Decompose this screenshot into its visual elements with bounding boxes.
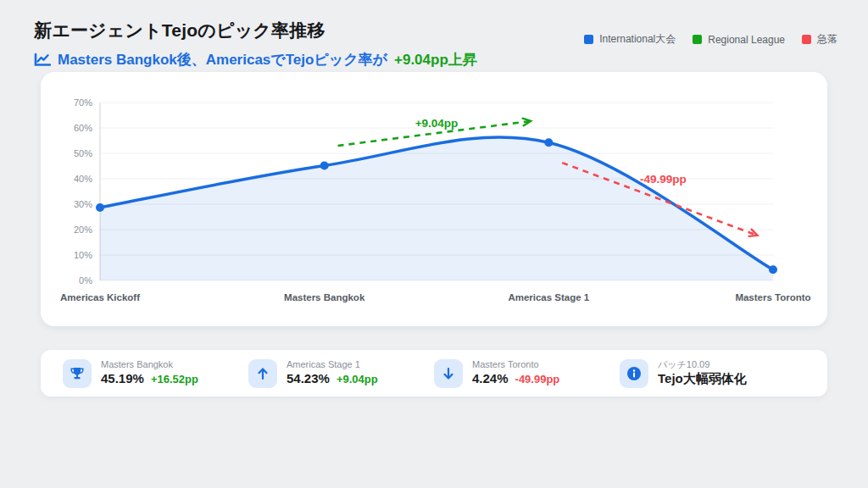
subtitle-highlight: +9.04pp上昇 (394, 50, 477, 69)
x-axis-tick-label: Masters Toronto (735, 292, 810, 302)
y-axis-tick-label: 0% (79, 275, 92, 286)
page-title: 新エージェントTejoのピック率推移 (34, 19, 477, 42)
y-axis-tick-label: 30% (74, 199, 92, 209)
data-point[interactable] (544, 138, 553, 147)
x-axis-tick-label: Americas Kickoff (60, 292, 140, 302)
legend-item-international[interactable]: International大会 (584, 32, 676, 47)
stat-icon-box (434, 359, 463, 388)
stat-item-masters-toronto: Masters Toronto 4.24% -49.99pp (434, 359, 620, 388)
y-axis-tick-label: 60% (74, 123, 92, 133)
y-axis-tick-label: 10% (74, 250, 92, 260)
arrow-down-icon (441, 366, 456, 381)
pick-rate-line-chart: 0%10%20%30%40%50%60%70%Americas KickoffM… (41, 72, 827, 326)
stat-icon-box (248, 359, 277, 388)
chart-legend: International大会 Regional League 急落 (584, 32, 837, 47)
legend-item-regional[interactable]: Regional League (693, 34, 785, 46)
stat-text: Masters Toronto 4.24% -49.99pp (472, 359, 559, 387)
y-axis-tick-label: 20% (74, 225, 92, 235)
stat-text: Americas Stage 1 54.23% +9.04pp (287, 359, 378, 387)
stat-icon-box (620, 359, 648, 388)
x-axis-tick-label: Masters Bangkok (284, 292, 365, 302)
y-axis-tick-label: 50% (74, 148, 92, 158)
info-icon (626, 366, 642, 381)
stat-label: Americas Stage 1 (287, 359, 378, 371)
stat-value: Tejo大幅弱体化 (658, 371, 747, 387)
area-fill (100, 137, 773, 280)
y-axis-tick-label: 70% (74, 97, 92, 108)
stat-value: 4.24% (472, 371, 509, 387)
data-point[interactable] (96, 203, 104, 212)
chart-line-icon (34, 53, 51, 67)
chart-subtitle: Masters Bangkok後、AmericasでTejoピック率が+9.04… (34, 50, 477, 69)
stat-text: パッチ10.09 Tejo大幅弱体化 (658, 359, 747, 387)
stat-item-patch-note: パッチ10.09 Tejo大幅弱体化 (620, 359, 805, 388)
crash-downtrend-label: -49.99pp (640, 173, 687, 186)
page-header: 新エージェントTejoのピック率推移 Masters Bangkok後、Amer… (34, 19, 477, 69)
legend-label: International大会 (599, 32, 676, 47)
stat-delta: -49.99pp (515, 373, 560, 386)
legend-chip-green (693, 35, 702, 44)
data-point[interactable] (320, 161, 329, 169)
stat-delta: +9.04pp (337, 373, 378, 386)
stat-text: Masters Bangkok 45.19% +16.52pp (101, 359, 198, 387)
stats-bar: Masters Bangkok 45.19% +16.52pp Americas… (41, 350, 827, 396)
stat-value: 54.23% (287, 371, 330, 387)
legend-item-crash[interactable]: 急落 (802, 32, 837, 47)
legend-chip-red (802, 35, 811, 44)
arrow-up-icon (255, 366, 270, 381)
stat-item-masters-bangkok: Masters Bangkok 45.19% +16.52pp (63, 359, 248, 388)
y-axis-tick-label: 40% (74, 174, 92, 184)
legend-chip-blue (584, 35, 593, 44)
subtitle-text: Masters Bangkok後、AmericasでTejoピック率が (58, 50, 387, 69)
trophy-icon (70, 366, 85, 381)
legend-label: 急落 (817, 32, 837, 47)
stat-label: Masters Bangkok (101, 359, 198, 371)
x-axis-tick-label: Americas Stage 1 (508, 292, 589, 302)
stat-label: パッチ10.09 (658, 359, 747, 371)
data-point[interactable] (769, 265, 777, 274)
stat-item-americas-stage-1: Americas Stage 1 54.23% +9.04pp (248, 359, 434, 388)
stat-value: 45.19% (101, 371, 144, 387)
stat-delta: +16.52pp (151, 373, 198, 386)
line-chart-card: 0%10%20%30%40%50%60%70%Americas KickoffM… (41, 72, 827, 326)
stat-label: Masters Toronto (472, 359, 559, 371)
regional-uptrend-label: +9.04pp (415, 117, 459, 130)
legend-label: Regional League (708, 34, 785, 46)
stat-icon-box (63, 359, 92, 388)
